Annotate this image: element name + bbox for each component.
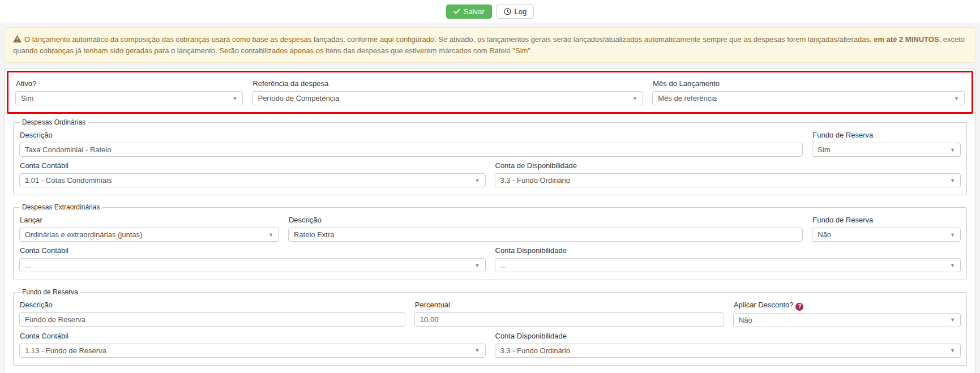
fundo-percentual-label: Percentual (415, 301, 724, 309)
chevron-down-icon: ▼ (265, 232, 273, 238)
fundo-reserva-legend: Fundo de Reserva (20, 288, 80, 296)
chevron-down-icon: ▼ (472, 178, 480, 183)
field-mes-lancamento: Mês do Lançamento Mês de referência ▼ (652, 75, 965, 105)
ordinarias-descricao-label: Descrição (20, 131, 803, 139)
ativo-label: Ativo? (16, 79, 243, 88)
extraordinarias-descricao-input[interactable] (288, 228, 803, 242)
extraordinarias-conta-disponibilidade-select[interactable]: ... ▼ (495, 258, 961, 272)
ordinarias-conta-disponibilidade-label: Conta de Disponibilidade (495, 161, 961, 170)
extraordinarias-conta-disponibilidade-label: Conta Disponibilidade (495, 246, 961, 255)
extraordinarias-lancar-value: Ordinárias e extraordinárias (juntas) (25, 230, 142, 239)
field-extraordinarias-lancar: Lançar Ordinárias e extraordinárias (jun… (19, 211, 279, 242)
warning-alert: O lançamento automático da composição da… (5, 27, 975, 63)
check-icon (453, 8, 460, 15)
mes-lancamento-value: Mês de referência (658, 94, 717, 102)
referencia-despesa-select[interactable]: Período de Competência ▼ (252, 91, 643, 105)
ordinarias-fundo-reserva-select[interactable]: Sim ▼ (812, 143, 961, 157)
ordinarias-conta-disponibilidade-select[interactable]: 3.3 - Fundo Ordinário ▼ (495, 173, 961, 187)
general-settings-highlight: Ativo? Sim ▼ Referência da despesa Perío… (7, 71, 973, 114)
ordinarias-fundo-reserva-label: Fundo de Reserva (812, 131, 961, 139)
chevron-down-icon: ▼ (947, 263, 955, 268)
extraordinarias-fundo-reserva-label: Fundo de Reserva (812, 216, 961, 224)
field-extraordinarias-conta-disponibilidade: Conta Disponibilidade ... ▼ (495, 242, 961, 272)
extraordinarias-conta-contabil-select[interactable]: ... ▼ (19, 258, 486, 272)
chevron-down-icon: ▼ (947, 348, 955, 353)
despesas-extraordinarias-legend: Despesas Extraordinárias (20, 203, 102, 211)
fundo-conta-disponibilidade-label: Conta Disponibilidade (495, 332, 961, 340)
fieldset-despesas-ordinarias: Despesas Ordinárias Descrição Fundo de R… (13, 118, 967, 195)
extraordinarias-descricao-label: Descrição (289, 216, 803, 224)
field-fundo-conta-contabil: Conta Contábil 1.13 - Fundo de Reserva ▼ (19, 327, 486, 358)
chevron-down-icon: ▼ (947, 317, 955, 323)
referencia-despesa-value: Período de Competência (258, 94, 339, 102)
chevron-down-icon: ▼ (947, 147, 955, 153)
fundo-conta-contabil-label: Conta Contábil (20, 332, 486, 340)
aplicar-desconto-select[interactable]: Não ▼ (733, 313, 961, 327)
fundo-descricao-label: Descrição (20, 301, 405, 309)
ordinarias-conta-contabil-value: 1.01 - Cotas Condominiais (25, 176, 112, 185)
fundo-descricao-input[interactable] (19, 312, 405, 327)
warning-triangle-icon (13, 35, 22, 42)
save-button-label: Salvar (464, 8, 485, 15)
field-aplicar-desconto: Aplicar Desconto?? Não ▼ (733, 296, 961, 327)
fundo-conta-disponibilidade-select[interactable]: 3.3 - Fundo Ordinário ▼ (495, 344, 961, 358)
help-icon[interactable]: ? (795, 303, 803, 311)
ativo-select[interactable]: Sim ▼ (15, 91, 243, 105)
field-extraordinarias-descricao: Descrição (288, 211, 803, 242)
referencia-despesa-label: Referência da despesa (253, 79, 643, 88)
log-button-label: Log (515, 8, 527, 15)
fundo-percentual-input[interactable] (414, 312, 724, 327)
ativo-value: Sim (21, 94, 33, 102)
aplicar-desconto-label: Aplicar Desconto?? (734, 301, 961, 310)
extraordinarias-conta-contabil-label: Conta Contábil (20, 246, 486, 255)
fundo-conta-disponibilidade-value: 3.3 - Fundo Ordinário (500, 346, 571, 355)
field-ordinarias-conta-contabil: Conta Contábil 1.01 - Cotas Condominiais… (19, 157, 486, 187)
extraordinarias-conta-contabil-value: ... (25, 261, 31, 269)
extraordinarias-lancar-select[interactable]: Ordinárias e extraordinárias (juntas) ▼ (19, 228, 279, 242)
ordinarias-conta-contabil-label: Conta Contábil (20, 161, 486, 170)
chevron-down-icon: ▼ (229, 96, 238, 101)
chevron-down-icon: ▼ (472, 263, 480, 268)
chevron-down-icon: ▼ (951, 96, 959, 101)
chevron-down-icon: ▼ (629, 96, 637, 101)
fieldset-fundo-reserva: Fundo de Reserva Descrição Percentual Ap… (13, 288, 967, 366)
field-ordinarias-conta-disponibilidade: Conta de Disponibilidade 3.3 - Fundo Ord… (495, 157, 961, 187)
aplicar-desconto-value: Não (739, 316, 752, 324)
chevron-down-icon: ▼ (947, 232, 955, 238)
field-fundo-descricao: Descrição (19, 296, 405, 327)
top-toolbar: Salvar Log (0, 0, 980, 23)
field-fundo-conta-disponibilidade: Conta Disponibilidade 3.3 - Fundo Ordiná… (495, 327, 961, 358)
settings-panel: Ativo? Sim ▼ Referência da despesa Perío… (5, 68, 975, 373)
ordinarias-conta-disponibilidade-value: 3.3 - Fundo Ordinário (500, 176, 571, 185)
save-button[interactable]: Salvar (446, 5, 492, 19)
despesas-ordinarias-legend: Despesas Ordinárias (20, 118, 88, 126)
fundo-conta-contabil-select[interactable]: 1.13 - Fundo de Reserva ▼ (19, 344, 486, 358)
extraordinarias-fundo-reserva-value: Não (818, 230, 831, 239)
field-extraordinarias-conta-contabil: Conta Contábil ... ▼ (19, 242, 486, 272)
field-ordinarias-descricao: Descrição (19, 126, 803, 157)
extraordinarias-lancar-label: Lançar (20, 216, 279, 224)
mes-lancamento-label: Mês do Lançamento (653, 79, 965, 88)
aplicar-desconto-label-text: Aplicar Desconto? (734, 301, 794, 309)
chevron-down-icon: ▼ (472, 348, 480, 353)
field-fundo-percentual: Percentual (414, 296, 724, 327)
field-referencia-despesa: Referência da despesa Período de Competê… (252, 75, 643, 105)
log-button[interactable]: Log (497, 5, 534, 19)
clock-icon (504, 8, 511, 15)
extraordinarias-conta-disponibilidade-value: ... (500, 261, 507, 269)
extraordinarias-fundo-reserva-select[interactable]: Não ▼ (812, 228, 961, 242)
alert-text-bold: em até 2 MINUTOS (874, 35, 939, 44)
field-ordinarias-fundo-reserva: Fundo de Reserva Sim ▼ (812, 126, 961, 157)
mes-lancamento-select[interactable]: Mês de referência ▼ (652, 91, 965, 105)
alert-text: O lançamento automático da composição da… (24, 35, 874, 44)
ordinarias-descricao-input[interactable] (19, 143, 803, 157)
field-extraordinarias-fundo-reserva: Fundo de Reserva Não ▼ (812, 211, 961, 242)
fieldset-despesas-extraordinarias: Despesas Extraordinárias Lançar Ordinári… (13, 203, 967, 280)
fundo-conta-contabil-value: 1.13 - Fundo de Reserva (25, 346, 106, 355)
ordinarias-conta-contabil-select[interactable]: 1.01 - Cotas Condominiais ▼ (19, 173, 486, 187)
ordinarias-fundo-reserva-value: Sim (818, 145, 830, 154)
chevron-down-icon: ▼ (947, 178, 955, 183)
field-ativo: Ativo? Sim ▼ (15, 75, 243, 105)
